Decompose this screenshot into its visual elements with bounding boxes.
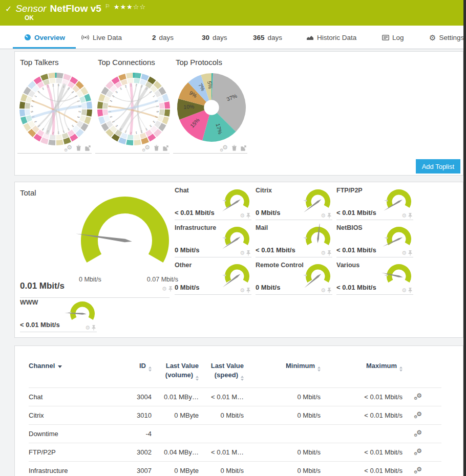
svg-text:2: 2: [152, 120, 156, 123]
pin-icon[interactable]: [327, 250, 331, 256]
pin-icon[interactable]: [408, 288, 412, 293]
gauge-title: Citrix: [256, 187, 272, 194]
gauge-title: Other: [175, 262, 192, 269]
cell-last-speed: 0 Mbit/s: [199, 461, 244, 476]
gear-icon[interactable]: ⚙: [401, 288, 407, 293]
channel-gauge: [288, 224, 335, 254]
channel-settings-gears-icon[interactable]: ⚙⚙: [414, 448, 422, 455]
log-list-icon: [382, 35, 389, 40]
channel-table-panel: Channel ID Last Value(volume) Last Value…: [14, 345, 463, 476]
open-external-icon[interactable]: [85, 145, 91, 151]
gear-icon[interactable]: ⚙: [321, 288, 326, 293]
svg-text:1: 1: [34, 95, 37, 98]
pin-icon[interactable]: [246, 250, 250, 256]
gear-icon[interactable]: ⚙: [240, 213, 245, 219]
total-gauge: [63, 193, 181, 286]
pin-icon[interactable]: [327, 288, 331, 293]
pin-icon[interactable]: [92, 325, 96, 331]
svg-text:1: 1: [135, 132, 137, 135]
chord-chart-top-connections[interactable]: 2222122522222122322221225222: [95, 69, 172, 149]
cell-maximum: < 0.01 Mbit/s: [321, 443, 403, 461]
pin-icon[interactable]: [327, 213, 331, 219]
cell-maximum: < 0.01 Mbit/s: [321, 406, 403, 424]
tab-30-days-number: 30: [202, 34, 209, 41]
open-external-icon[interactable]: [163, 145, 168, 151]
channel-settings-gears-icon[interactable]: ⚙⚙: [414, 429, 422, 437]
toplist-top-talkers: Top Talkers 5122222232221221222252212222…: [17, 56, 92, 154]
gear-icon[interactable]: ⚙: [162, 286, 167, 292]
pie-chart-top-protocols[interactable]: 37%17%15%10%9%7%5%: [173, 69, 250, 149]
tab-overview[interactable]: Overview: [24, 26, 65, 49]
svg-text:2: 2: [78, 111, 81, 113]
pin-icon[interactable]: [246, 213, 250, 219]
cell-channel: Downtime: [29, 424, 121, 443]
table-row-chat: Chat 3004 0.01 MBy… < 0.01 M… 0 Mbit/s <…: [29, 387, 441, 406]
col-header-minimum[interactable]: Minimum: [244, 353, 321, 387]
toplist-title: Top Talkers: [20, 58, 92, 67]
cell-channel: Citrix: [29, 406, 121, 424]
gear-icon[interactable]: ⚙: [240, 250, 245, 256]
tab-historic-data[interactable]: Historic Data: [306, 26, 356, 49]
tab-2-days-label: days: [159, 34, 174, 41]
priority-stars[interactable]: ★★★☆☆: [114, 3, 146, 11]
gear-icon[interactable]: ⚙: [240, 288, 245, 293]
settings-gears-icon[interactable]: ⚙⚙: [142, 144, 150, 152]
col-header-id[interactable]: ID: [121, 353, 152, 387]
cell-maximum: < 0.01 Mbit/s: [321, 387, 403, 406]
channel-settings-gears-icon[interactable]: ⚙⚙: [414, 393, 422, 400]
col-header-last-value-volume[interactable]: Last Value(volume): [152, 353, 199, 387]
cell-id: -4: [121, 424, 152, 443]
gear-icon[interactable]: ⚙: [401, 250, 407, 256]
sort-caret-icon: [58, 365, 62, 368]
chord-chart-top-talkers[interactable]: 5122222232221221222252212222: [17, 69, 94, 149]
pin-icon[interactable]: [246, 288, 250, 293]
channel-settings-gears-icon[interactable]: ⚙⚙: [414, 466, 422, 473]
col-header-last-value-speed[interactable]: Last Value(speed): [199, 353, 244, 387]
delete-trash-icon[interactable]: [76, 145, 81, 151]
col-header-maximum[interactable]: Maximum: [321, 353, 403, 387]
table-row-citrix: Citrix 3010 0 MByte 0 Mbit/s 0 Mbit/s < …: [29, 406, 441, 424]
tab-2-days[interactable]: 2 days: [152, 26, 174, 49]
gauge-title: FTP/P2P: [336, 187, 363, 194]
tab-settings[interactable]: ⚙ Settings: [429, 26, 464, 49]
delete-trash-icon[interactable]: [231, 145, 237, 151]
svg-text:3: 3: [77, 116, 80, 118]
cell-minimum: 0 Mbit/s: [244, 443, 321, 461]
flag-icon[interactable]: ⚐: [105, 3, 110, 10]
toplist-top-protocols: Top Protocols 37%17%15%10%9%7%5% ⚙⚙: [173, 56, 247, 154]
gauge-title: Mail: [256, 224, 268, 231]
col-header-channel[interactable]: Channel: [29, 353, 121, 387]
pin-icon[interactable]: [408, 213, 412, 219]
toplist-title: Top Protocols: [176, 58, 247, 67]
gear-icon[interactable]: ⚙: [321, 250, 326, 256]
gear-icon[interactable]: ⚙: [321, 213, 326, 219]
tab-30-days[interactable]: 30 days: [202, 26, 227, 49]
pin-icon[interactable]: [408, 250, 412, 256]
channel-gauge: [288, 261, 335, 292]
delete-trash-icon[interactable]: [154, 145, 159, 151]
gauge-card-chat: Chat < 0.01 Mbit/s ⚙: [175, 185, 251, 220]
channel-table: Channel ID Last Value(volume) Last Value…: [29, 353, 441, 476]
gauge-card-mail: Mail < 0.01 Mbit/s ⚙: [256, 222, 332, 257]
channel-gauge: [207, 261, 255, 292]
gauge-title: NetBIOS: [336, 224, 363, 231]
sort-arrows-icon: [399, 366, 403, 372]
ok-check-icon: ✓: [5, 4, 12, 14]
settings-gears-icon[interactable]: ⚙⚙: [64, 144, 72, 152]
open-external-icon[interactable]: [241, 145, 246, 151]
settings-gears-icon[interactable]: ⚙⚙: [220, 144, 228, 152]
tab-365-days-number: 365: [253, 34, 265, 41]
cell-last-speed: < 0.01 M…: [199, 387, 244, 406]
tab-log[interactable]: Log: [382, 26, 404, 49]
gear-icon[interactable]: ⚙: [85, 325, 90, 331]
tab-live-data[interactable]: Live Data: [81, 26, 122, 49]
pin-icon[interactable]: [168, 286, 173, 292]
add-toplist-button[interactable]: Add Toplist: [416, 159, 460, 174]
cell-last-volume: 0 MByte: [152, 461, 199, 476]
tab-overview-label: Overview: [34, 34, 65, 41]
scrollbar[interactable]: [463, 0, 466, 476]
gear-icon[interactable]: ⚙: [401, 213, 407, 219]
cell-id: 3004: [121, 387, 152, 406]
channel-settings-gears-icon[interactable]: ⚙⚙: [414, 411, 422, 418]
tab-365-days[interactable]: 365 days: [253, 26, 282, 49]
